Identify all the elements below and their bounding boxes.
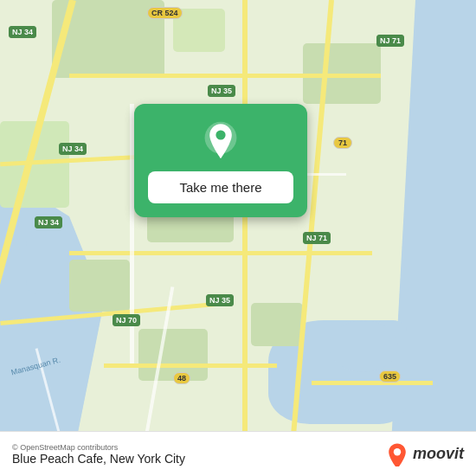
badge-cr524: CR 524: [147, 7, 183, 19]
badge-635: 635: [379, 370, 401, 383]
badge-71: 71: [333, 137, 352, 149]
map-background: NJ 34 CR 524 NJ 71 NJ 35 NJ 34 71 NJ 34 …: [0, 0, 476, 476]
popup-card: Take me there: [134, 104, 307, 217]
badge-nj71-1: NJ 71: [376, 35, 404, 47]
badge-nj70: NJ 70: [113, 314, 140, 326]
road-nj70-h: [69, 251, 372, 255]
map-container: NJ 34 CR 524 NJ 71 NJ 35 NJ 34 71 NJ 34 …: [0, 0, 476, 476]
road-635: [312, 381, 433, 385]
svg-point-1: [215, 130, 225, 139]
location-name: Blue Peach Cafe, New York City: [12, 452, 185, 466]
moovit-logo: moovit: [385, 442, 464, 466]
bottom-bar: © OpenStreetMap contributors Blue Peach …: [0, 431, 476, 476]
badge-nj34-3: NJ 34: [35, 216, 62, 228]
badge-nj34-1: NJ 34: [9, 26, 36, 38]
water-patch: [329, 320, 398, 372]
attribution: © OpenStreetMap contributors: [12, 443, 185, 452]
badge-nj71-2: NJ 71: [303, 232, 331, 244]
park8: [138, 329, 208, 381]
moovit-brand-text: moovit: [413, 445, 464, 463]
take-me-there-button[interactable]: Take me there: [148, 171, 293, 203]
badge-nj34-2: NJ 34: [59, 143, 87, 155]
bottom-left: © OpenStreetMap contributors Blue Peach …: [12, 443, 185, 466]
badge-nj35-1: NJ 35: [208, 85, 235, 97]
park4: [69, 260, 130, 312]
park5: [251, 303, 303, 346]
moovit-pin-icon: [385, 442, 409, 466]
badge-nj35-2: NJ 35: [206, 294, 234, 306]
road-nj35-v: [242, 0, 248, 476]
location-pin-icon: [200, 121, 241, 163]
svg-point-2: [394, 448, 401, 455]
badge-48: 48: [173, 372, 190, 384]
road-h1: [69, 74, 381, 78]
road-48: [104, 363, 277, 368]
